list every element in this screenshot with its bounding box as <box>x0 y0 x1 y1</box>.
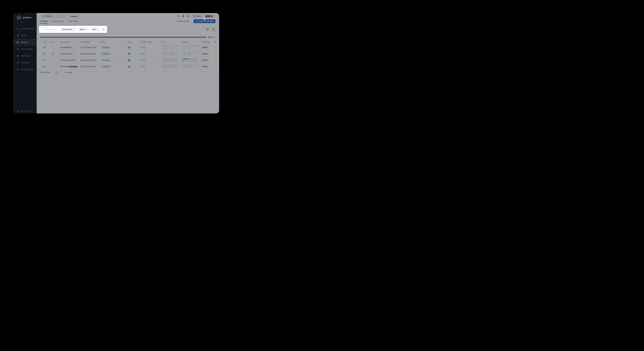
status-filter-label: Status <box>80 28 85 30</box>
tags-filter[interactable]: Tags <box>90 27 100 31</box>
filter-lines-icon <box>102 28 104 30</box>
user-avatar-redacted <box>211 15 213 17</box>
sidebar-item-project-settings[interactable]: Project Settings <box>13 66 37 73</box>
tags-filter-label: Tags <box>92 28 96 30</box>
sidebar-item-workspaces[interactable]: Workspaces <box>13 52 37 59</box>
row-expand-chevron-icon[interactable] <box>214 53 216 54</box>
page-size-select[interactable]: 25 / page <box>63 71 76 74</box>
sidebar-item-label: Profiles <box>21 34 27 36</box>
add-new-cluster-label: Add New Cluster <box>199 20 214 22</box>
col-header-name[interactable]: Cluster Name <box>58 41 79 43</box>
col-header-health[interactable]: Health <box>126 41 140 43</box>
sidebar-item-project-overview[interactable]: Project Overview <box>13 25 37 32</box>
sidebar-item-cluster-groups[interactable]: Cluster Groups <box>13 46 37 52</box>
docs-label: Docs <box>197 15 201 17</box>
sidebar-item-label: Audit Logs <box>21 62 30 64</box>
cluster-name[interactable]: vmo-45c-03-cluster <box>58 59 79 61</box>
cluster-search[interactable] <box>41 27 58 31</box>
sidebar-nav: Project Overview Profiles Clusters Clust… <box>13 25 37 73</box>
col-header-modified[interactable]: Last Modified <box>79 41 100 43</box>
table-tools: CSV <box>206 27 216 31</box>
user-menu[interactable] <box>205 15 216 17</box>
cluster-name[interactable]: vm-migrate-06 <box>58 46 79 48</box>
environment-filter-label: Environment <box>62 28 72 30</box>
memory-usage: 0 Gb / 0 Gb <box>182 65 201 68</box>
last-modified: 09 Jan 2025, 18:18 <box>79 59 100 61</box>
beacon-dot <box>19 76 20 76</box>
memory-usage: 0 Gb / 0 Gb <box>182 52 201 55</box>
cores-usage-fill <box>40 37 206 38</box>
chevron-down-icon <box>214 15 216 17</box>
csv-file-icon: CSV <box>212 28 215 30</box>
table-row[interactable]: vm-migrate-06 27 Nov 2024, 07:39 Unknown… <box>39 44 219 50</box>
search-icon <box>42 28 44 30</box>
sidebar-item-profiles[interactable]: Profiles <box>13 32 37 39</box>
tabs-row: Clusters Virtual Clusters Edge Hosts Imp… <box>37 19 219 24</box>
col-header-architecture[interactable]: Architecture <box>201 41 210 43</box>
status-filter[interactable]: Status <box>78 27 88 31</box>
topbar-actions: Docs <box>177 14 216 18</box>
project-icon <box>43 15 45 17</box>
more-filters-button[interactable] <box>102 27 105 31</box>
tab-edge-hosts[interactable]: Edge Hosts <box>68 19 78 22</box>
collapse-sidebar-icon[interactable] <box>32 110 34 112</box>
audit-icon <box>16 61 19 64</box>
import-cluster-button[interactable]: Import Cluster <box>173 19 192 23</box>
add-new-cluster-button[interactable]: Add New Cluster <box>194 19 216 23</box>
page-size-value: 25 / page <box>64 71 72 73</box>
network-icon <box>16 48 19 50</box>
workspaces-icon <box>16 55 19 57</box>
memory-usage: 0 Gb / 0 Gb <box>182 46 201 49</box>
chart-icon <box>16 27 19 30</box>
last-modified: 27 Nov 2024, 07:39 <box>79 46 100 48</box>
col-header-settings[interactable] <box>210 40 219 44</box>
cluster-type-icon <box>43 59 46 61</box>
export-csv-button[interactable]: CSV <box>212 27 216 31</box>
tab-clusters[interactable]: Clusters <box>40 19 48 22</box>
page-number[interactable]: 1 <box>55 71 58 74</box>
cores-usage-bar <box>40 37 206 38</box>
beacon-dot <box>19 31 20 32</box>
layers-icon <box>16 34 19 37</box>
cpu-usage: 0 CPUs / 0 CPUs <box>162 46 181 49</box>
beacon-dot <box>21 94 21 94</box>
row-expand-chevron-icon[interactable] <box>214 59 216 61</box>
col-header-nodes[interactable]: Healthy Nodes <box>140 41 160 43</box>
cluster-name[interactable]: vmo-main- <box>58 65 79 68</box>
health-healthy-icon <box>128 59 130 61</box>
spectrocloud-logo-icon <box>16 110 19 113</box>
col-header-type[interactable]: Type <box>39 41 50 43</box>
cpu-usage: 0 CPUs / 0 CPUs <box>162 52 181 55</box>
map-view-button[interactable] <box>206 27 210 31</box>
sidebar-item-audit-logs[interactable]: Audit Logs <box>13 59 37 66</box>
col-header-memory[interactable]: Memory <box>181 41 201 43</box>
search-input[interactable] <box>45 28 57 30</box>
compass-icon[interactable] <box>187 15 190 17</box>
col-header-status[interactable]: Status <box>100 41 126 43</box>
chevron-down-icon <box>62 15 64 17</box>
table-row[interactable]: vm0-vmware-01 06 Dec 2024, 12:17 Unknown… <box>39 50 219 57</box>
col-header-env[interactable]: Env <box>50 41 58 43</box>
sort-icon <box>54 41 56 43</box>
prev-page-button[interactable]: ‹ <box>52 71 53 73</box>
architecture: AMD64 <box>201 65 210 68</box>
tab-virtual-clusters[interactable]: Virtual Clusters <box>52 19 64 22</box>
sidebar-item-clusters[interactable]: Clusters <box>13 39 37 46</box>
chevron-down-icon <box>73 71 74 73</box>
environment-filter[interactable]: Environment <box>60 27 76 31</box>
feedback-icon[interactable] <box>177 15 180 17</box>
docs-button[interactable]: Docs <box>192 14 203 18</box>
cluster-type-icon <box>43 46 46 48</box>
table-row[interactable]: vmo-45c-03-cluster 09 Jan 2025, 18:18 Ru… <box>39 57 219 63</box>
cluster-name[interactable]: vm0-vmware-01 <box>58 53 79 55</box>
beacon-dot <box>27 72 28 73</box>
col-header-cpu[interactable]: CPU <box>160 41 181 43</box>
project-selector[interactable]: Default <box>41 14 65 18</box>
healthy-nodes: 4 / 4 <box>140 53 160 55</box>
table-row[interactable]: vmo-main- 30 Oct 2024, 04:04 Unknown 4 /… <box>39 63 219 70</box>
svg-text:CSV: CSV <box>213 29 214 30</box>
bug-report-icon[interactable] <box>182 15 185 17</box>
next-page-button[interactable]: › <box>60 71 61 73</box>
row-expand-chevron-icon[interactable] <box>214 47 216 48</box>
row-expand-chevron-icon[interactable] <box>214 66 216 67</box>
